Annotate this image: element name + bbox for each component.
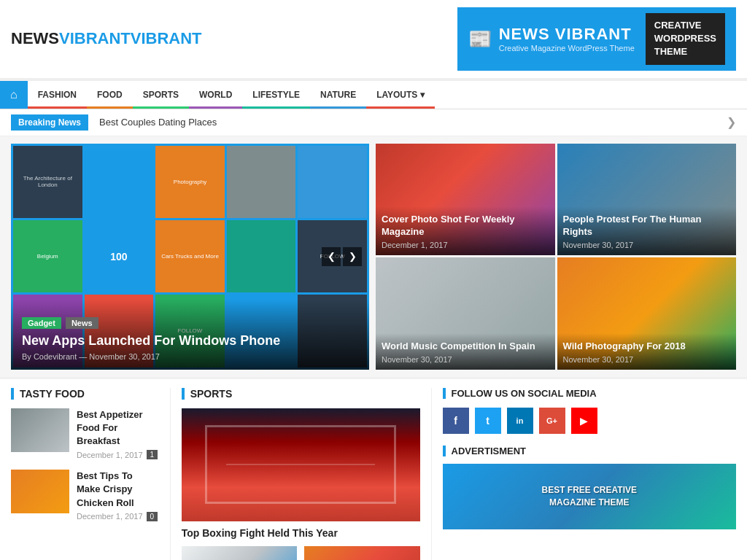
food-count-2: 0	[147, 512, 158, 521]
grid-title-4: Wild Photography For 2018	[563, 341, 731, 353]
food-date-2: December 1, 2017 0	[77, 512, 159, 521]
nav-item-layouts[interactable]: LAYOUTS ▾	[366, 81, 435, 109]
nav-link-nature[interactable]: NATURE	[310, 81, 366, 109]
hero-badges: Gadget News	[22, 317, 358, 329]
hero-date: November 30, 2017	[89, 352, 160, 361]
twitter-button[interactable]: t	[475, 408, 501, 434]
grid-overlay-1: Cover Photo Shot For Weekly Magazine Dec…	[376, 206, 555, 255]
tasty-food-title: TASTY FOOD	[11, 388, 159, 400]
nav-link-fashion[interactable]: FASHION	[28, 81, 87, 109]
sports-section: SPORTS Top Boxing Fight Held This Year S…	[171, 388, 432, 560]
tile-8: Cars Trucks and More	[155, 220, 225, 292]
hero-author: By Codevibrant	[22, 352, 77, 361]
hero-dash: —	[79, 352, 89, 361]
nav-underline-nature	[310, 106, 366, 109]
boxing-image[interactable]	[182, 408, 420, 521]
breaking-text: Best Couples Dating Places	[99, 117, 217, 128]
grid-date-2: November 30, 2017	[563, 241, 731, 249]
food-count-1: 1	[147, 450, 158, 459]
nav-item-world[interactable]: WORLD	[189, 81, 242, 109]
sidebar: FOLLOW US ON SOCIAL MEDIA f t in G+ ▶ AD…	[432, 388, 737, 560]
ski-thumb	[182, 546, 297, 560]
nav-link-lifestyle[interactable]: LIFESTYLE	[242, 81, 310, 109]
main-content: The Architecture of London Photography B…	[0, 136, 747, 377]
badge-news[interactable]: News	[66, 317, 98, 329]
banner-text: NEWS VIBRANT Creative Magazine WordPress…	[499, 25, 635, 52]
nav-underline-lifestyle	[242, 106, 310, 109]
nav-items: FASHION FOOD SPORTS WORLD LIFESTYLE NATU…	[28, 81, 435, 109]
slider-next-button[interactable]: ❯	[343, 247, 362, 266]
bottom-sections: TASTY FOOD Best Appetizer Food For Break…	[0, 377, 747, 560]
slider-prev-button[interactable]: ❮	[322, 247, 341, 266]
nav-item-nature[interactable]: NATURE	[310, 81, 366, 109]
nav-link-layouts[interactable]: LAYOUTS ▾	[366, 81, 435, 109]
food-thumb-1	[11, 408, 69, 452]
tasty-food-section: TASTY FOOD Best Appetizer Food For Break…	[11, 388, 171, 560]
youtube-button[interactable]: ▶	[571, 408, 597, 434]
site-header: NEWSVIBRANTVIBRANT 📰 NEWS VIBRANT Creati…	[0, 0, 747, 79]
main-nav: ⌂ FASHION FOOD SPORTS WORLD LIFESTYLE	[0, 79, 747, 109]
banner-icon: 📰	[468, 28, 492, 50]
boxing-title[interactable]: Top Boxing Fight Held This Year	[182, 527, 420, 539]
sports-article-2[interactable]: Top Rock Climber Of This Year November 3…	[304, 546, 419, 560]
food-title-1: Best Appetizer Food For Breakfast	[77, 408, 159, 448]
adv-overlay-text: BEST FREE CREATIVEMAGAZINE THEME	[542, 484, 637, 509]
nav-item-fashion[interactable]: FASHION	[28, 81, 87, 109]
nav-link-sports[interactable]: SPORTS	[133, 81, 189, 109]
site-logo[interactable]: NEWSVIBRANTVIBRANT	[11, 29, 202, 48]
food-thumb-2	[11, 470, 69, 513]
googleplus-button[interactable]: G+	[539, 408, 565, 434]
social-icons: f t in G+ ▶	[443, 408, 737, 434]
grid-item-1[interactable]: Cover Photo Shot For Weekly Magazine Dec…	[376, 144, 555, 256]
grid-item-4[interactable]: Wild Photography For 2018 November 30, 2…	[557, 257, 737, 370]
grid-date-4: November 30, 2017	[563, 355, 731, 364]
grid-title-1: Cover Photo Shot For Weekly Magazine	[382, 214, 549, 238]
sports-article-1[interactable]: Skate Board Challenge In Chicago Novembe…	[182, 546, 297, 560]
grid-item-3[interactable]: World Music Competition In Spain Novembe…	[376, 257, 555, 370]
food-title-2: Best Tips To Make Crispy Chicken Roll	[77, 470, 159, 510]
logo-news: NEWS	[11, 29, 59, 47]
home-icon: ⌂	[10, 88, 18, 101]
nav-underline-world	[189, 106, 242, 109]
nav-item-lifestyle[interactable]: LIFESTYLE	[242, 81, 310, 109]
food-date-1: December 1, 2017 1	[77, 450, 159, 459]
grid-date-3: November 30, 2017	[382, 355, 549, 364]
sports-articles: Skate Board Challenge In Chicago Novembe…	[182, 546, 420, 560]
hero-title[interactable]: New Apps Launched For Windows Phone	[22, 333, 358, 349]
nav-underline-layouts	[366, 106, 435, 109]
food-info-2: Best Tips To Make Crispy Chicken Roll De…	[77, 470, 159, 521]
tile-2	[85, 146, 154, 218]
sports-title: SPORTS	[182, 388, 420, 400]
banner-subtitle: Creative Magazine WordPress Theme	[499, 44, 635, 52]
badge-gadget[interactable]: Gadget	[22, 317, 61, 329]
hero-slider: The Architecture of London Photography B…	[11, 144, 369, 370]
food-article-2[interactable]: Best Tips To Make Crispy Chicken Roll De…	[11, 470, 159, 521]
nav-underline-sports	[133, 106, 189, 109]
nav-item-food[interactable]: FOOD	[87, 81, 133, 109]
slider-nav: ❮ ❯	[322, 247, 362, 266]
nav-link-food[interactable]: FOOD	[87, 81, 133, 109]
breaking-arrow-button[interactable]: ❯	[727, 115, 736, 129]
facebook-button[interactable]: f	[443, 408, 469, 434]
nav-item-sports[interactable]: SPORTS	[133, 81, 189, 109]
tile-9	[227, 220, 296, 292]
grid-title-2: People Protest For The Human Rights	[563, 214, 731, 238]
nav-home-button[interactable]: ⌂	[0, 81, 28, 109]
linkedin-button[interactable]: in	[507, 408, 533, 434]
tile-7: 100	[85, 220, 154, 292]
tile-3: Photography	[155, 146, 225, 218]
breaking-label: Breaking News	[11, 114, 88, 131]
article-grid: Cover Photo Shot For Weekly Magazine Dec…	[374, 144, 736, 370]
grid-item-2[interactable]: People Protest For The Human Rights Nove…	[557, 144, 737, 256]
advertisement-banner[interactable]: BEST FREE CREATIVEMAGAZINE THEME	[443, 464, 737, 529]
nav-link-world[interactable]: WORLD	[189, 81, 242, 109]
nav-underline-fashion	[28, 106, 87, 109]
header-banner: 📰 NEWS VIBRANT Creative Magazine WordPre…	[457, 7, 736, 71]
grid-overlay-2: People Protest For The Human Rights Nove…	[557, 206, 737, 255]
grid-overlay-3: World Music Competition In Spain Novembe…	[376, 333, 555, 370]
food-article-1[interactable]: Best Appetizer Food For Breakfast Decemb…	[11, 408, 159, 460]
food-info-1: Best Appetizer Food For Breakfast Decemb…	[77, 408, 159, 460]
nav-inner: ⌂ FASHION FOOD SPORTS WORLD LIFESTYLE	[0, 81, 747, 109]
climber-thumb	[304, 546, 419, 560]
banner-right: CREATIVE WORDPRESS THEME	[646, 13, 725, 65]
